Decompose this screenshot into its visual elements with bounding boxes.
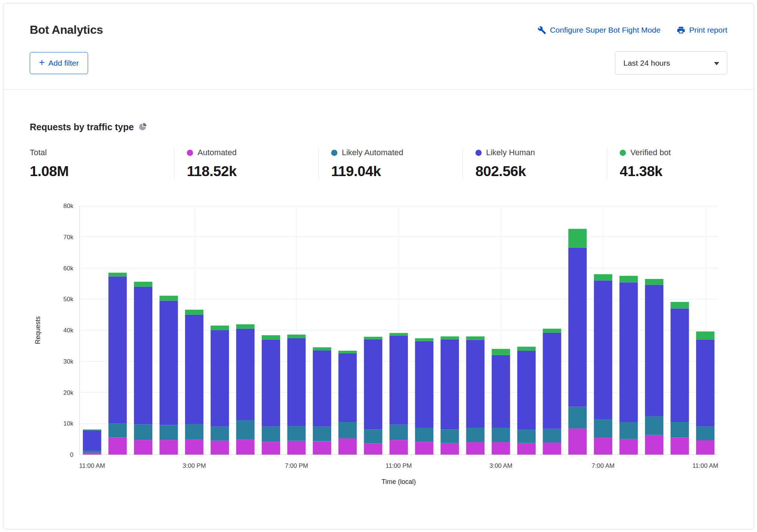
svg-text:20k: 20k	[64, 389, 74, 396]
stat-total-value: 1.08M	[30, 163, 163, 179]
verified-bot-legend-dot	[620, 150, 626, 156]
add-filter-label: Add filter	[48, 59, 79, 68]
stat-likely-human-label: Likely Human	[486, 148, 535, 157]
svg-text:7:00 PM: 7:00 PM	[285, 462, 308, 469]
requests-by-traffic-type-chart: 010k20k30k40k50k60k70k80k11:00 AM3:00 PM…	[30, 201, 727, 494]
likely-human-legend-dot	[475, 150, 482, 156]
bot-analytics-card: Bot Analytics Configure Super Bot Fight …	[3, 3, 754, 529]
stat-total: Total 1.08M	[30, 148, 174, 179]
svg-text:10k: 10k	[64, 420, 74, 427]
svg-text:3:00 AM: 3:00 AM	[489, 462, 512, 469]
stat-likely-human: Likely Human 802.56k	[463, 148, 607, 179]
header-row: Bot Analytics Configure Super Bot Fight …	[30, 23, 727, 37]
add-filter-button[interactable]: + Add filter	[30, 52, 88, 74]
print-report-link[interactable]: Print report	[677, 26, 727, 34]
page-title: Bot Analytics	[30, 23, 103, 37]
svg-text:50k: 50k	[64, 296, 74, 303]
svg-text:3:00 PM: 3:00 PM	[183, 462, 206, 469]
svg-text:40k: 40k	[64, 327, 74, 334]
stat-automated: Automated 118.52k	[174, 148, 318, 179]
card-header: Bot Analytics Configure Super Bot Fight …	[3, 3, 754, 90]
svg-text:80k: 80k	[64, 203, 74, 209]
likely-automated-legend-dot	[331, 150, 337, 156]
wrench-icon	[537, 26, 546, 34]
stat-verified-bot-value: 41.38k	[620, 163, 740, 179]
traffic-type-stats-row: Total 1.08M Automated 118.52k Likely Aut…	[30, 148, 727, 179]
stat-automated-value: 118.52k	[187, 163, 307, 179]
svg-text:11:00 PM: 11:00 PM	[385, 462, 412, 469]
svg-text:7:00 AM: 7:00 AM	[592, 462, 615, 469]
stat-likely-human-value: 802.56k	[475, 163, 596, 179]
svg-text:Requests: Requests	[34, 316, 41, 344]
printer-icon	[677, 26, 685, 34]
print-link-label: Print report	[689, 26, 727, 34]
section-title-row: Requests by traffic type	[30, 122, 727, 132]
pie-chart-icon	[139, 123, 147, 132]
requests-chart-svg: 010k20k30k40k50k60k70k80k11:00 AM3:00 PM…	[30, 201, 727, 494]
configure-link-label: Configure Super Bot Fight Mode	[550, 26, 660, 34]
svg-text:11:00 AM: 11:00 AM	[79, 462, 105, 469]
stat-automated-label: Automated	[198, 148, 236, 157]
chevron-down-icon	[714, 59, 720, 68]
filter-row: + Add filter Last 24 hours	[30, 51, 727, 74]
svg-text:70k: 70k	[64, 234, 74, 241]
stat-verified-bot: Verified bot 41.38k	[607, 148, 751, 179]
svg-text:60k: 60k	[64, 265, 74, 272]
section-title: Requests by traffic type	[30, 122, 134, 132]
svg-text:Time (local): Time (local)	[381, 478, 416, 485]
stat-likely-automated-value: 119.04k	[331, 163, 452, 179]
header-links: Configure Super Bot Fight Mode Print rep…	[537, 26, 727, 34]
stat-verified-bot-label: Verified bot	[630, 148, 671, 157]
svg-text:0: 0	[70, 451, 73, 458]
svg-text:11:00 AM: 11:00 AM	[692, 462, 718, 469]
plus-icon: +	[39, 58, 45, 68]
card-body: Requests by traffic type Total 1.08M Aut…	[3, 90, 754, 494]
configure-super-bot-fight-mode-link[interactable]: Configure Super Bot Fight Mode	[537, 26, 660, 34]
stat-total-label: Total	[30, 148, 47, 157]
stat-likely-automated: Likely Automated 119.04k	[318, 148, 463, 179]
automated-legend-dot	[187, 150, 193, 156]
stat-likely-automated-label: Likely Automated	[342, 148, 403, 157]
time-range-select[interactable]: Last 24 hours	[615, 51, 727, 74]
svg-text:30k: 30k	[64, 358, 74, 365]
time-range-value: Last 24 hours	[623, 59, 670, 68]
